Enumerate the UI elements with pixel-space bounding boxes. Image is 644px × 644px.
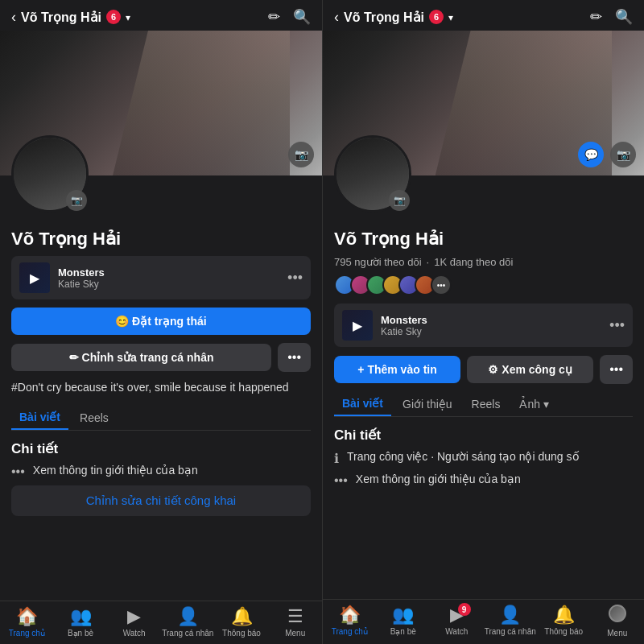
- follower-avatars-row: •••: [334, 275, 630, 295]
- header-title-right: Võ Trọng Hải: [344, 10, 424, 25]
- nav-watch-label: Watch: [123, 629, 146, 638]
- nav-menu[interactable]: ☰ Menu: [268, 606, 322, 638]
- detail-icon-0-right: ℹ: [334, 451, 339, 466]
- right-panel: ‹ Võ Trọng Hải 6 ▾ ✏ 🔍 💬 📷 📷 Võ Trọng Hả…: [322, 0, 644, 644]
- header-right-left-group: ‹ Võ Trọng Hải 6 ▾: [334, 9, 453, 26]
- profile-body: Võ Trọng Hải ▶ Monsters Katie Sky ••• 😊 …: [0, 222, 322, 601]
- tab-photos-right[interactable]: Ảnh ▾: [511, 392, 556, 416]
- following-count[interactable]: 1K đang theo dõi: [434, 256, 513, 268]
- home-icon: 🏠: [16, 606, 38, 627]
- avatar-camera-button-right[interactable]: 📷: [389, 190, 410, 211]
- tab-reels-right[interactable]: Reels: [464, 392, 509, 416]
- cover-camera-button-right[interactable]: 📷: [610, 142, 636, 167]
- header-right: ‹ Võ Trọng Hải 6 ▾ ✏ 🔍: [323, 0, 644, 31]
- music-title-right: Monsters: [381, 314, 601, 326]
- nav-profile-right[interactable]: 👤 Trang cá nhân: [484, 605, 538, 638]
- tab-reels[interactable]: Reels: [72, 406, 117, 430]
- friends-icon-right: 👥: [392, 605, 414, 625]
- nav-notifications[interactable]: 🔔 Thông báo: [215, 606, 269, 638]
- nav-notifications-label-right: Thông báo: [544, 627, 583, 636]
- header-left-group: ‹ Võ Trọng Hải 6 ▾: [11, 9, 130, 26]
- back-button[interactable]: ‹: [11, 9, 16, 26]
- nav-home-label: Trang chủ: [9, 629, 45, 638]
- bottom-nav-right: 🏠 Trang chủ 👥 Bạn bè ▶ 9 Watch 👤 Trang c…: [323, 599, 644, 644]
- followers-row: 795 người theo dõi · 1K đang theo dõi: [334, 256, 633, 268]
- music-more-button[interactable]: •••: [287, 270, 303, 287]
- tabs-row-right: Bài viết Giới thiệu Reels Ảnh ▾: [334, 392, 633, 417]
- chevron-down-icon[interactable]: ▾: [126, 12, 130, 23]
- chevron-down-icon-right[interactable]: ▾: [448, 12, 453, 23]
- nav-notifications-right[interactable]: 🔔 Thông báo: [537, 605, 591, 638]
- tab-posts[interactable]: Bài viết: [11, 406, 68, 430]
- edit-public-details-link[interactable]: Chỉnh sửa chi tiết công khai: [11, 485, 311, 516]
- detail-icon-1-right: •••: [334, 473, 348, 488]
- avatar-container-right: 📷: [334, 135, 411, 213]
- profile-icon-right: 👤: [499, 605, 521, 625]
- edit-icon-right[interactable]: ✏: [590, 8, 602, 26]
- music-card-right[interactable]: ▶ Monsters Katie Sky •••: [334, 303, 633, 347]
- follower-more-button[interactable]: •••: [431, 275, 452, 295]
- friends-icon: 👥: [70, 606, 92, 627]
- detail-text-1-right: Xem thông tin giới thiệu của bạn: [356, 473, 521, 485]
- search-icon-right[interactable]: 🔍: [615, 8, 633, 26]
- edit-icon[interactable]: ✏: [268, 8, 280, 26]
- music-thumbnail: ▶: [19, 262, 50, 293]
- detail-text-0-right: Trang công việc · Người sáng tạo nội dun…: [347, 450, 580, 463]
- more-options-button-right[interactable]: •••: [600, 355, 633, 384]
- nav-friends-right[interactable]: 👥 Bạn bè: [377, 605, 431, 638]
- profile-icon: 👤: [177, 606, 199, 627]
- avatar-camera-button[interactable]: 📷: [66, 190, 87, 211]
- music-more-button-right[interactable]: •••: [609, 317, 625, 334]
- edit-profile-button[interactable]: ✏ Chỉnh sửa trang cá nhân: [11, 344, 271, 371]
- nav-friends-label: Bạn bè: [68, 629, 93, 638]
- tab-posts-right[interactable]: Bài viết: [334, 392, 391, 416]
- followers-count[interactable]: 795 người theo dõi: [334, 256, 422, 268]
- nav-friends[interactable]: 👥 Bạn bè: [54, 606, 108, 638]
- watch-badge: 9: [458, 603, 471, 616]
- nav-watch-right[interactable]: ▶ 9 Watch: [430, 605, 484, 638]
- header-left: ‹ Võ Trọng Hải 6 ▾ ✏ 🔍: [0, 0, 322, 31]
- header-right-right-group: ✏ 🔍: [590, 8, 633, 26]
- nav-menu-label: Menu: [285, 629, 305, 638]
- music-info: Monsters Katie Sky: [58, 266, 279, 290]
- watch-icon: ▶: [127, 606, 141, 627]
- add-to-news-button[interactable]: + Thêm vào tin: [334, 356, 460, 383]
- nav-profile-label: Trang cá nhân: [162, 629, 213, 638]
- avatar-section-right: 📷: [323, 175, 644, 222]
- music-artist: Katie Sky: [58, 279, 279, 290]
- action-buttons-row-right: + Thêm vào tin ⚙ Xem công cụ •••: [334, 355, 633, 384]
- nav-watch[interactable]: ▶ Watch: [107, 606, 161, 638]
- action-buttons-row: 😊 Đặt trạng thái: [11, 308, 311, 335]
- message-button[interactable]: 💬: [578, 142, 604, 167]
- edit-row: ✏ Chỉnh sửa trang cá nhân •••: [11, 343, 311, 372]
- left-panel: ‹ Võ Trọng Hải 6 ▾ ✏ 🔍 📷 📷 Võ Trọng Hải: [0, 0, 322, 644]
- notification-badge: 6: [106, 10, 121, 24]
- view-tools-button[interactable]: ⚙ Xem công cụ: [467, 356, 593, 383]
- back-button-right[interactable]: ‹: [334, 9, 339, 26]
- tab-intro-right[interactable]: Giới thiệu: [394, 392, 460, 416]
- music-card[interactable]: ▶ Monsters Katie Sky •••: [11, 256, 311, 299]
- detail-row-0: ••• Xem thông tin giới thiệu của bạn: [11, 464, 311, 479]
- music-thumbnail-right: ▶: [342, 310, 373, 341]
- cover-camera-button[interactable]: 📷: [288, 142, 314, 167]
- profile-name: Võ Trọng Hải: [11, 229, 311, 250]
- nav-home-right[interactable]: 🏠 Trang chủ: [323, 605, 377, 638]
- menu-icon: ☰: [287, 606, 303, 627]
- home-icon-right: 🏠: [339, 605, 361, 625]
- detail-row-1-right: ••• Xem thông tin giới thiệu của bạn: [334, 473, 633, 488]
- search-icon[interactable]: 🔍: [293, 8, 311, 26]
- nav-notifications-label: Thông báo: [222, 629, 261, 638]
- detail-text-0: Xem thông tin giới thiệu của bạn: [33, 464, 198, 477]
- set-status-button[interactable]: 😊 Đặt trạng thái: [11, 308, 311, 335]
- music-title: Monsters: [58, 266, 279, 279]
- header-right-group: ✏ 🔍: [268, 8, 311, 26]
- notifications-icon: 🔔: [231, 606, 253, 627]
- nav-menu-right[interactable]: Menu: [591, 605, 645, 638]
- details-title-right: Chi tiết: [334, 427, 633, 444]
- nav-profile[interactable]: 👤 Trang cá nhân: [161, 606, 215, 638]
- avatar-container: 📷: [11, 135, 89, 213]
- profile-body-right: Võ Trọng Hải 795 người theo dõi · 1K đan…: [323, 222, 644, 599]
- more-options-button[interactable]: •••: [278, 343, 311, 372]
- nav-profile-label-right: Trang cá nhân: [485, 627, 536, 636]
- nav-home[interactable]: 🏠 Trang chủ: [0, 606, 54, 638]
